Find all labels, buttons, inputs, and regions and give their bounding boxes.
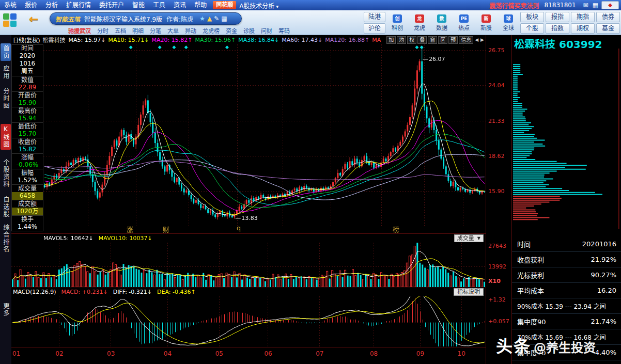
data-value: 1020万	[12, 208, 43, 215]
subtab[interactable]: 分时	[97, 26, 108, 35]
data-value: 2020	[12, 52, 43, 60]
window-title[interactable]: A股技术分析▾	[239, 1, 278, 10]
event-diamond-icon: ◆	[420, 44, 424, 50]
menu-item[interactable]: 智能	[128, 0, 149, 10]
market-icon-button[interactable]: PE热点	[454, 14, 474, 31]
chart-tool-button[interactable]: 加	[386, 36, 396, 44]
month-label: 07	[316, 350, 323, 357]
kline-canvas[interactable]	[43, 44, 486, 226]
data-cell: 最低价15.70	[11, 123, 43, 138]
event-diamond-icon: ◆	[129, 44, 133, 50]
market-grid-column: 板块个股	[520, 12, 544, 34]
sidebar-item[interactable]: 个股资料	[1, 159, 11, 188]
account-number: 81831801	[545, 2, 576, 9]
volume-canvas[interactable]	[11, 243, 486, 287]
subtab[interactable]: 异动	[185, 26, 196, 35]
market-icon-button[interactable]: 新新股	[476, 14, 496, 31]
chart-tool-button[interactable]: 预	[448, 36, 458, 44]
menu-item[interactable]: 系统	[0, 0, 21, 10]
panel-grid-icon[interactable]: ▦	[593, 2, 598, 9]
prev-page-icon[interactable]: ◀	[474, 37, 479, 42]
subtab[interactable]: 分笔	[150, 26, 161, 35]
sidebar-item[interactable]: K线图	[1, 124, 11, 150]
menu-item[interactable]: 帮助	[190, 0, 211, 10]
event-diamond-icon: ◆	[158, 44, 162, 50]
chart-tool-button[interactable]: 均	[397, 36, 406, 44]
menu-item[interactable]: 委托开户	[95, 0, 128, 10]
stat-label: 时间	[517, 239, 531, 249]
ime-toolbar[interactable]: 智能五笔 智能陈桥汉字输入系统7.9版 作者:陈虎 ★ ▲ ✎ ▦	[50, 12, 242, 25]
market-button[interactable]: 期指	[571, 12, 595, 22]
connection-status-button[interactable]: ◆	[601, 1, 619, 9]
subtab[interactable]: 五档	[115, 26, 126, 35]
mail-icon[interactable]: ✉	[583, 2, 588, 9]
subtab[interactable]: 问财	[261, 26, 272, 35]
sidebar-item[interactable]: 首页	[1, 43, 11, 61]
chart-period-label[interactable]: 日线(复权)	[13, 36, 40, 44]
app-grid-icon[interactable]	[3, 13, 17, 27]
chart-watermark-char: 榜	[393, 224, 399, 234]
market-icon-button[interactable]: 龙龙虎	[409, 14, 430, 31]
next-page-icon[interactable]: ▶	[480, 37, 485, 42]
chart-tool-button[interactable]: 叠	[417, 36, 427, 44]
caret-down-icon: ▾	[276, 4, 278, 9]
market-button[interactable]: 债券	[596, 12, 620, 22]
data-label: 成交额	[12, 200, 43, 208]
subtab[interactable]: 龙虎榜	[203, 26, 220, 35]
chart-tool-button[interactable]: 区	[438, 36, 447, 44]
menu-item[interactable]: 报价	[21, 0, 41, 10]
market-button[interactable]: 基金	[596, 23, 620, 34]
data-label: 涨幅	[12, 154, 43, 161]
market-button[interactable]: 沪伦	[364, 23, 385, 34]
keyboard-icon[interactable]: ▦	[221, 15, 227, 22]
market-button-icon: 数	[437, 14, 446, 23]
market-button[interactable]: 陆港	[364, 12, 385, 22]
menu-item[interactable]: 扩展行情	[62, 0, 95, 10]
market-icon-button[interactable]: 创科创	[387, 14, 408, 31]
market-button[interactable]: 板块	[520, 12, 544, 22]
chart-tool-button[interactable]: 窗	[428, 36, 437, 44]
market-button[interactable]: 个股	[520, 23, 544, 34]
chart-tool-button[interactable]: 权	[407, 36, 416, 44]
subtab[interactable]: 筹码	[278, 26, 290, 35]
market-button[interactable]: 报指	[546, 12, 569, 22]
sidebar-item[interactable]: 分时图	[1, 88, 11, 109]
market-icon-button[interactable]: 球全球	[498, 14, 519, 31]
star-icon[interactable]: ★	[199, 15, 205, 22]
stat-value: 90.27%	[591, 271, 616, 279]
stat-row: 90%成本 15.39 --- 23.94 之间	[512, 298, 621, 314]
sidebar-item[interactable]: 综合排名	[1, 224, 11, 253]
market-icon-button[interactable]: 数数据	[431, 14, 452, 31]
stat-value: 16.20	[597, 287, 616, 294]
menu-item[interactable]: 分析	[41, 0, 62, 10]
price-tick-label: 24.04	[488, 82, 505, 89]
subtab[interactable]: 明细	[132, 26, 144, 35]
subtab[interactable]: 大单	[167, 26, 179, 35]
subtab[interactable]: 资金	[226, 26, 237, 35]
market-button[interactable]: 指数	[546, 23, 569, 34]
subtab[interactable]: 驰援武汉	[68, 26, 91, 35]
subtab[interactable]: 诊股	[243, 26, 255, 35]
kline-chart-panel[interactable]: ◆◆◆◆◆◆◆26.0713.83涨财q榜	[43, 44, 486, 233]
data-label: 开盘价	[12, 92, 43, 99]
sidebar-item[interactable]: 自选股	[1, 196, 11, 218]
sidebar-item[interactable]: 应用	[1, 65, 11, 80]
triangle-icon[interactable]: ▲	[207, 15, 212, 22]
pen-icon[interactable]: ✎	[214, 15, 219, 22]
back-arrow-icon[interactable]: ←	[29, 12, 38, 25]
market-button[interactable]: 期权	[571, 23, 595, 34]
market-grid-column: 期指期权	[571, 12, 595, 34]
macd-value-label: DIFF: -0.321↓	[113, 289, 152, 295]
month-label: 04	[164, 350, 172, 357]
sidebar-item[interactable]: 更多	[1, 303, 11, 317]
data-value: 15.90	[12, 99, 43, 107]
data-value: 15.70	[12, 130, 43, 138]
stat-label: 集中度90	[517, 316, 546, 326]
indicator-dropdown[interactable]: 成交量▼	[454, 234, 484, 242]
menu-item[interactable]: 资讯	[169, 0, 190, 10]
indicator-help-button[interactable]: 指标说明	[454, 288, 484, 296]
chart-tool-button[interactable]: 信息	[459, 36, 473, 44]
event-diamond-icon: ◆	[173, 44, 176, 50]
macd-canvas[interactable]	[11, 296, 486, 346]
menu-item[interactable]: 工具	[149, 0, 169, 10]
